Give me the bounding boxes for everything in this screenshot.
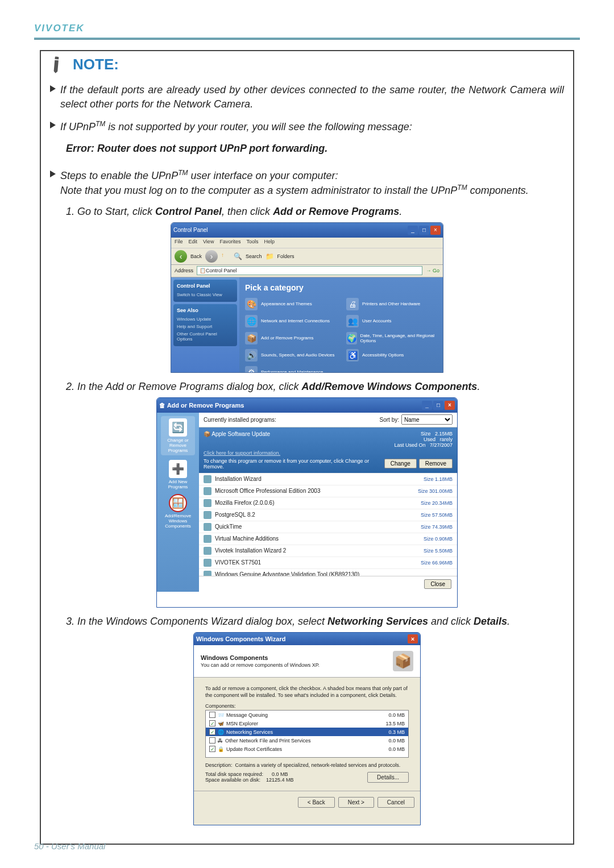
bullet-icon	[50, 85, 56, 92]
arp-add-remove-windows[interactable]: 🪟 Add/Remove Windows Components	[161, 494, 195, 529]
add-remove-programs-window: 🗑 Add or Remove Programs _ □ × 🔄 Change …	[156, 397, 458, 608]
components-icon: 📦	[393, 651, 413, 671]
address-bar[interactable]: 📋 Control Panel	[197, 266, 422, 275]
bullet-icon	[50, 171, 56, 177]
control-panel-window: Control Panel _ □ × FileEditViewFavorite…	[171, 222, 443, 373]
close-button[interactable]: ×	[408, 634, 418, 643]
note-bullet-3: Steps to enable the UPnPTM user interfac…	[60, 168, 564, 198]
wiz-description: Description: Contains a variety of speci…	[205, 762, 409, 768]
arp-item[interactable]: VIVOTEK ST7501Size 66.96MB	[199, 557, 457, 569]
wiz-cancel-button[interactable]: Cancel	[377, 797, 414, 808]
cp-category[interactable]: 🖨Printers and Other Hardware	[346, 298, 437, 310]
wiz-row[interactable]: 🖧 Other Network File and Print Services0…	[206, 736, 408, 745]
arp-item[interactable]: Vivotek Installation Wizard 2Size 5.50MB	[199, 545, 457, 557]
arp-add-new[interactable]: ➕ Add New Programs	[161, 460, 195, 489]
arp-change-remove[interactable]: 🔄 Change or Remove Programs	[161, 416, 195, 455]
arp-windows-components-icon: 🪟	[169, 494, 187, 512]
checkbox-icon[interactable]	[209, 712, 215, 718]
wiz-heading: Windows Components	[201, 654, 320, 661]
checkbox-icon[interactable]: ✓	[209, 720, 215, 726]
arp-item[interactable]: QuickTimeSize 74.39MB	[199, 521, 457, 533]
cp-category[interactable]: 🎨Appearance and Themes	[245, 298, 336, 310]
cp-menu-bar[interactable]: FileEditViewFavoritesToolsHelp	[171, 238, 443, 248]
arp-close-button[interactable]: Close	[424, 579, 451, 589]
arp-support-link[interactable]: Click here for support information.	[204, 450, 453, 456]
header-divider	[34, 38, 580, 40]
cp-window-title: Control Panel	[173, 227, 208, 233]
note-bullet-1: If the default ports are already used by…	[60, 83, 564, 111]
step-2: 2. In the Add or Remove Programs dialog …	[50, 381, 564, 393]
wiz-row[interactable]: ✓🔒 Update Root Certificates0.0 MB	[206, 745, 408, 753]
arp-item[interactable]: Virtual Machine AdditionsSize 0.90MB	[199, 533, 457, 545]
note-bullet-2: If UPnPTM is not supported by your route…	[60, 119, 564, 134]
pencil-icon	[43, 51, 70, 78]
checkbox-icon[interactable]: ✓	[209, 746, 215, 752]
cp-side-link[interactable]: Help and Support	[177, 323, 234, 330]
step-1: 1. Go to Start, click Control Panel, the…	[50, 206, 564, 218]
wiz-components-label: Components:	[205, 703, 409, 709]
bullet-icon	[50, 122, 56, 128]
checkbox-icon[interactable]: ✓	[209, 729, 215, 735]
arp-title: Add or Remove Programs	[167, 402, 244, 409]
page-footer: 50 - User's Manual	[34, 841, 105, 851]
close-button[interactable]: ×	[445, 401, 455, 410]
arp-program-list: 📦 Apple Software Update Size 2.15MB Used…	[199, 427, 457, 576]
wiz-row[interactable]: ✓🦋 MSN Explorer13.5 MB	[206, 719, 408, 728]
close-button[interactable]: ×	[430, 226, 441, 235]
cp-side-link[interactable]: Other Control Panel Options	[177, 330, 234, 343]
cp-category-add-remove[interactable]: 📦Add or Remove Programs	[245, 332, 336, 344]
cp-side-header: Control Panel	[177, 283, 234, 289]
cp-see-also: See Also	[177, 308, 234, 313]
wiz-row-networking-services[interactable]: ✓🌐 Networking Services0.3 MB	[206, 728, 408, 736]
arp-header-label: Currently installed programs:	[204, 417, 276, 423]
up-icon[interactable]: ↑	[221, 252, 230, 261]
arp-item[interactable]: Mozilla Firefox (2.0.0.6)Size 20.34MB	[199, 497, 457, 509]
wiz-details-button[interactable]: Details...	[367, 772, 409, 783]
brand-header: VIVOTEK	[34, 23, 580, 34]
arp-item[interactable]: Windows Genuine Advantage Validation Too…	[199, 569, 457, 576]
wiz-components-list: 📨 Message Queuing0.0 MB ✓🦋 MSN Explorer1…	[205, 710, 409, 758]
wiz-subheading: You can add or remove components of Wind…	[201, 662, 320, 668]
cp-category[interactable]: 🔊Sounds, Speech, and Audio Devices	[245, 349, 336, 362]
maximize-button[interactable]: □	[433, 401, 443, 410]
error-message: Error: Router does not support UPnP port…	[50, 143, 564, 155]
note-title: NOTE:	[73, 56, 119, 73]
arp-change-button[interactable]: Change	[384, 459, 417, 468]
minimize-button[interactable]: _	[422, 401, 432, 410]
arp-item[interactable]: Microsoft Office Professional Edition 20…	[199, 485, 457, 497]
cp-category[interactable]: 🌐Network and Internet Connections	[245, 315, 336, 327]
wiz-instructions: To add or remove a component, click the …	[205, 686, 409, 699]
wiz-next-button[interactable]: Next >	[338, 797, 374, 808]
wiz-title: Windows Components Wizard	[196, 636, 285, 642]
minimize-button[interactable]: _	[408, 226, 418, 235]
arp-item[interactable]: Installation WizardSize 1.18MB	[199, 474, 457, 485]
maximize-button[interactable]: □	[419, 226, 429, 235]
cp-switch-view[interactable]: Switch to Classic View	[177, 291, 234, 298]
arp-item-selected[interactable]: 📦 Apple Software Update Size 2.15MB Used…	[199, 427, 457, 474]
cp-category[interactable]: ⚙Performance and Maintenance	[245, 366, 336, 373]
windows-components-wizard: Windows Components Wizard × Windows Comp…	[193, 632, 421, 825]
step-3: 3. In the Windows Components Wizard dial…	[50, 616, 564, 628]
cp-toolbar: ‹ Back › ↑ 🔍Search 📁Folders	[171, 248, 443, 265]
back-button[interactable]: ‹	[175, 250, 187, 263]
arp-sort-label: Sort by:	[380, 417, 399, 423]
cp-category[interactable]: ♿Accessibility Options	[346, 349, 437, 362]
cp-category[interactable]: 🌍Date, Time, Language, and Regional Opti…	[346, 332, 437, 344]
arp-remove-button[interactable]: Remove	[419, 459, 453, 468]
cp-side-link[interactable]: Windows Update	[177, 315, 234, 323]
wiz-back-button[interactable]: < Back	[298, 797, 335, 808]
checkbox-icon[interactable]	[209, 737, 215, 744]
note-box: NOTE: If the default ports are already u…	[40, 50, 574, 845]
arp-sort-select[interactable]: Name	[401, 414, 453, 425]
go-button[interactable]: → Go	[426, 268, 439, 273]
cp-category[interactable]: 👥User Accounts	[346, 315, 437, 327]
forward-button[interactable]: ›	[205, 250, 218, 263]
cp-category-title: Pick a category	[245, 283, 437, 292]
wiz-row[interactable]: 📨 Message Queuing0.0 MB	[206, 711, 408, 719]
arp-item[interactable]: PostgreSQL 8.2Size 57.50MB	[199, 509, 457, 521]
